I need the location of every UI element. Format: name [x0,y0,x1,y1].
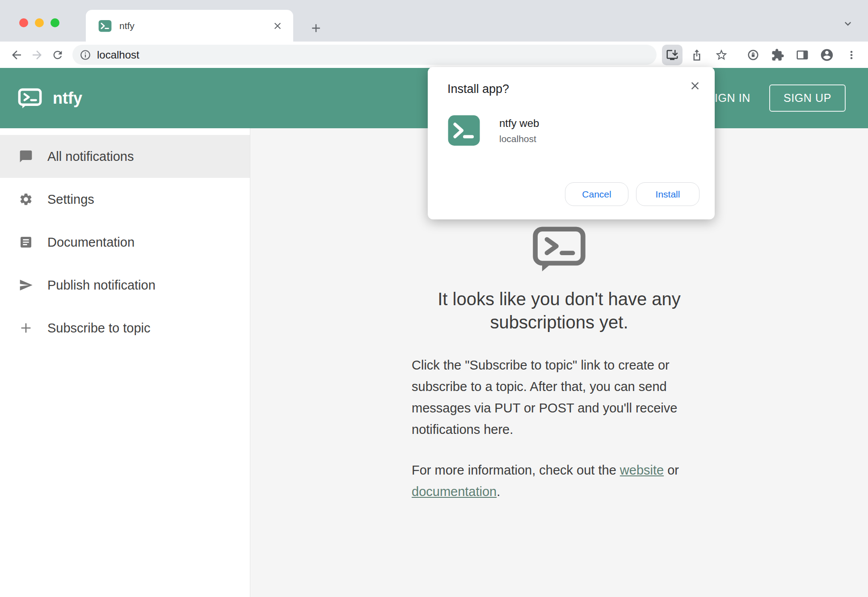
maximize-window-button[interactable] [51,18,59,27]
back-button[interactable] [6,45,27,65]
website-link[interactable]: website [620,463,664,477]
reload-button[interactable] [47,45,68,65]
install-app-info: ntfy web localhost [447,114,699,147]
plus-icon [19,321,33,335]
sidebar-item-all-notifications[interactable]: All notifications [0,135,250,178]
chat-bubble-icon [19,149,33,164]
site-info-icon[interactable] [80,49,91,61]
empty-state-paragraph: Click the "Subscribe to topic" link to c… [412,354,707,441]
forward-button[interactable] [27,45,47,65]
sidebar-item-subscribe-to-topic[interactable]: Subscribe to topic [0,307,250,349]
install-app-text: ntfy web localhost [499,117,539,144]
brand-name: ntfy [53,89,82,108]
brand-home-link[interactable]: ntfy [18,88,82,109]
tab-close-icon[interactable] [271,19,284,33]
more-info-prefix: For more information, check out the [412,463,620,477]
tab-search-chevron-icon[interactable] [840,16,855,31]
cancel-button[interactable]: Cancel [565,182,628,206]
profile-avatar-icon[interactable] [817,45,837,65]
document-icon [19,235,33,249]
tab-title: ntfy [119,21,271,31]
install-dialog-title: Install app? [447,82,699,96]
install-app-icon[interactable] [662,45,683,65]
share-icon[interactable] [687,45,707,65]
browser-tab[interactable]: ntfy [86,10,293,42]
install-button[interactable]: Install [636,182,699,206]
tab-strip: ntfy [0,0,868,42]
sidebar: All notifications Settings Documentation… [0,128,250,597]
more-info-suffix: . [497,484,500,499]
empty-state-title: It looks like you don't have any subscri… [400,287,718,334]
sidebar-item-publish-notification[interactable]: Publish notification [0,264,250,307]
minimize-window-button[interactable] [35,18,44,27]
browser-window: ntfy localhost [0,0,868,597]
install-app-name: ntfy web [499,117,539,130]
extensions-puzzle-icon[interactable] [767,45,788,65]
documentation-link[interactable]: documentation [412,484,497,499]
more-info-middle: or [664,463,679,477]
more-info-paragraph: For more information, check out the webs… [412,459,707,502]
password-manager-icon[interactable] [743,45,763,65]
sidebar-item-settings[interactable]: Settings [0,178,250,221]
ntfy-logo-icon [18,88,42,109]
new-tab-button[interactable] [308,20,324,37]
navigation-bar: localhost [0,42,868,68]
sidebar-item-label: Settings [47,192,94,207]
ntfy-favicon-icon [98,19,112,33]
toolbar-actions [662,45,862,65]
close-window-button[interactable] [19,18,28,27]
bookmark-star-icon[interactable] [711,45,732,65]
sign-up-button[interactable]: SIGN UP [769,84,846,112]
install-app-dialog: Install app? ntfy web localhost Cancel I… [428,67,715,219]
install-app-origin: localhost [499,134,539,144]
send-icon [19,278,33,292]
address-bar[interactable]: localhost [72,45,657,65]
ntfy-empty-state-icon [532,226,586,272]
sidebar-item-label: All notifications [47,149,134,164]
install-dialog-buttons: Cancel Install [565,182,699,206]
side-panel-icon[interactable] [792,45,813,65]
sidebar-item-label: Publish notification [47,278,156,293]
header-actions: SIGN IN SIGN UP [707,84,868,112]
macos-traffic-lights [19,18,59,27]
gear-icon [19,192,33,206]
browser-menu-kebab-icon[interactable] [841,45,862,65]
sidebar-item-label: Documentation [47,235,135,250]
sidebar-item-documentation[interactable]: Documentation [0,221,250,264]
dialog-close-icon[interactable] [688,79,702,93]
ntfy-app-icon [447,114,480,147]
url-text: localhost [97,49,139,61]
sidebar-item-label: Subscribe to topic [47,321,151,336]
